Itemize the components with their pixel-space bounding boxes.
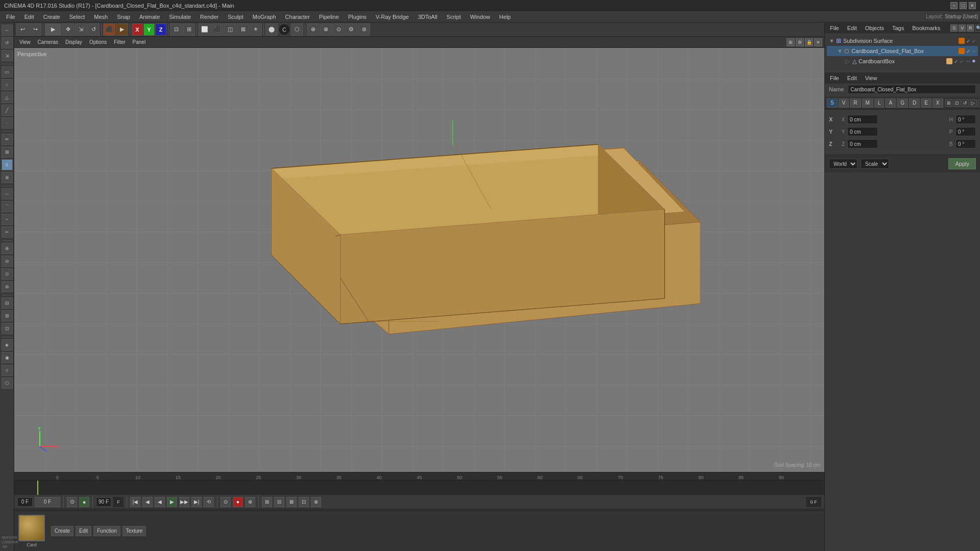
mat-function-btn[interactable]: Function — [93, 526, 120, 536]
objmgr-file[interactable]: File — [828, 25, 841, 31]
flag-h-input[interactable] — [955, 115, 976, 124]
tool-select[interactable]: ▭ — [2, 66, 13, 78]
tool-point[interactable]: · — [2, 117, 13, 129]
tool-edge[interactable]: ╱ — [2, 105, 13, 116]
menu-snap[interactable]: Snap — [113, 13, 134, 21]
card-dots[interactable]: ··· — [966, 59, 970, 64]
mat-edit-btn[interactable]: Edit — [76, 526, 91, 536]
tl-extra2[interactable]: ⊟ — [274, 497, 284, 507]
flag-b-input[interactable] — [955, 139, 976, 148]
coord-z-btn[interactable]: Z — [155, 23, 166, 36]
frame-end-input[interactable] — [96, 497, 111, 507]
light-btn[interactable]: ☀ — [250, 23, 262, 36]
tool-knife[interactable]: ✂ — [2, 227, 13, 238]
attr-icon4[interactable]: ▷ — [970, 99, 977, 107]
mat-texture-btn[interactable]: Texture — [122, 526, 146, 536]
objmgr-edit[interactable]: Edit — [845, 25, 859, 31]
tool-pen[interactable]: ✏ — [2, 134, 13, 145]
play-fwd-btn[interactable]: ▶▶ — [179, 497, 189, 507]
objmgr-objects[interactable]: Objects — [863, 25, 886, 31]
menu-vray[interactable]: V-Ray Bridge — [372, 13, 413, 21]
attr-view[interactable]: View — [863, 75, 879, 81]
tool-extrude[interactable]: ⊠ — [2, 146, 13, 158]
move-btn[interactable]: ✥ — [62, 23, 74, 36]
scale-btn[interactable]: ⇲ — [75, 23, 87, 36]
render-btn[interactable]: ▶ — [116, 23, 128, 36]
tool-arc[interactable]: ⌒ — [2, 201, 13, 212]
view2-btn[interactable]: ⬛ — [211, 23, 224, 36]
view1-btn[interactable]: ⬜ — [199, 23, 211, 36]
subdiv-check1[interactable]: ✓ — [966, 38, 970, 44]
attr-tab-g[interactable]: G — [897, 98, 908, 108]
frame-start-input[interactable] — [17, 497, 33, 507]
attr-tab-a[interactable]: A — [885, 98, 896, 108]
tree-item-cardboard[interactable]: ▷ △ CardboardBox ✓ ✓ ··· ✸ — [827, 56, 978, 66]
pos-z-input[interactable] — [847, 139, 878, 148]
record-active-btn[interactable]: ● — [233, 497, 243, 507]
menu-select[interactable]: Select — [65, 13, 89, 21]
tool-cam4[interactable]: ⬡ — [2, 378, 13, 389]
menu-script[interactable]: Script — [443, 13, 465, 21]
pos-x-input[interactable] — [847, 115, 878, 124]
attr-tab-e[interactable]: E — [921, 98, 932, 108]
tree-item-subdiv[interactable]: ▼ ⊠ Subdivision Surface ✓ ✓ — [827, 36, 978, 46]
material-thumbnail[interactable] — [18, 515, 45, 541]
rotate-btn[interactable]: ↺ — [87, 23, 100, 36]
obj-name-input[interactable] — [848, 85, 976, 94]
tl-extra4[interactable]: ⊡ — [299, 497, 309, 507]
tool-rotate[interactable]: ↺ — [2, 37, 13, 48]
attr-file[interactable]: File — [828, 75, 841, 81]
prev-frame-btn[interactable]: ◀ — [142, 497, 153, 507]
tool-b1[interactable]: ⊟ — [2, 297, 13, 309]
attr-icon2[interactable]: ⊡ — [953, 99, 961, 107]
tool-m2[interactable]: ⊖ — [2, 256, 13, 267]
attr-tab-v[interactable]: V — [839, 98, 849, 108]
flag-p-input[interactable] — [955, 127, 976, 136]
cinema-btn[interactable]: C — [278, 23, 290, 36]
menu-mograph[interactable]: MoGraph — [249, 13, 280, 21]
tool-scale[interactable]: ⇲ — [2, 50, 13, 61]
apply-button[interactable]: Apply — [948, 158, 976, 169]
world-dropdown[interactable]: World — [829, 159, 857, 169]
maximize-button[interactable]: □ — [960, 2, 967, 9]
tl-extra5[interactable]: ⊕ — [311, 497, 321, 507]
mat-create-btn[interactable]: Create — [51, 526, 74, 536]
tool-cam1[interactable]: ◈ — [2, 339, 13, 350]
tool-move[interactable]: ↔ — [2, 24, 13, 36]
card-star[interactable]: ✸ — [972, 59, 976, 64]
minimize-button[interactable]: − — [950, 2, 958, 9]
tool-s2[interactable]: ⊗ — [2, 172, 13, 183]
attr-tab-d[interactable]: D — [909, 98, 920, 108]
extra2-btn[interactable]: ⊗ — [320, 23, 332, 36]
menu-3dtoall[interactable]: 3DToAll — [414, 13, 442, 21]
extra3-btn[interactable]: ⊙ — [332, 23, 345, 36]
attr-edit[interactable]: Edit — [845, 75, 859, 81]
live-select-btn[interactable]: ▶ — [45, 23, 61, 36]
tl-extra1[interactable]: ⊞ — [262, 497, 272, 507]
tool-poly[interactable]: △ — [2, 92, 13, 103]
attr-tab-r[interactable]: R — [850, 98, 861, 108]
goto-end-btn[interactable]: ▶| — [191, 497, 202, 507]
play-btn[interactable]: ▶ — [167, 497, 177, 507]
flatbox-check1[interactable]: ✓ — [966, 48, 970, 54]
menu-window[interactable]: Window — [466, 13, 494, 21]
menu-create[interactable]: Create — [39, 13, 64, 21]
tool-cam2[interactable]: ◉ — [2, 352, 13, 363]
tool-b2[interactable]: ⊞ — [2, 310, 13, 321]
goto-start-btn[interactable]: |◀ — [130, 497, 140, 507]
view-menu-cameras[interactable]: Cameras — [35, 38, 62, 46]
plugin-btn[interactable]: ⬡ — [291, 23, 303, 36]
redo-button[interactable]: ↪ — [29, 23, 41, 36]
scale-dropdown[interactable]: Scale — [861, 159, 889, 169]
view-menu-options[interactable]: Options — [86, 38, 110, 46]
viewport-settings-btn[interactable]: ⚙ — [796, 38, 804, 46]
quantize-btn[interactable]: ⊞ — [183, 23, 195, 36]
attr-tab-l[interactable]: L — [874, 98, 885, 108]
objmgr-icon2[interactable]: V — [959, 24, 966, 32]
tool-line[interactable]: ─ — [2, 188, 13, 199]
objmgr-icon1[interactable]: S — [950, 24, 958, 32]
view-menu-display[interactable]: Display — [62, 38, 85, 46]
objmgr-search[interactable]: 🔍 — [975, 24, 980, 32]
tl-toggle2[interactable]: ● — [79, 497, 89, 507]
card-check2[interactable]: ✓ — [960, 59, 964, 64]
